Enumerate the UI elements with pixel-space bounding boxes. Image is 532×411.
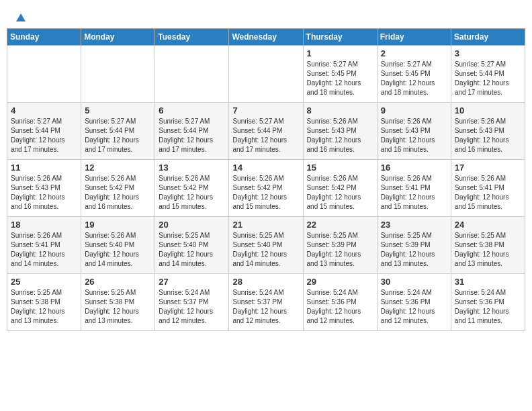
day-info: Sunrise: 5:26 AM Sunset: 5:42 PM Dayligh… [232, 174, 299, 212]
day-number: 5 [85, 105, 151, 116]
calendar-cell: 12Sunrise: 5:26 AM Sunset: 5:42 PM Dayli… [81, 160, 155, 217]
day-info: Sunrise: 5:27 AM Sunset: 5:45 PM Dayligh… [381, 60, 447, 97]
day-info: Sunrise: 5:24 AM Sunset: 5:36 PM Dayligh… [381, 288, 447, 326]
calendar-cell: 26Sunrise: 5:25 AM Sunset: 5:38 PM Dayli… [81, 274, 155, 331]
calendar-cell: 21Sunrise: 5:25 AM Sunset: 5:40 PM Dayli… [229, 217, 303, 274]
day-number: 10 [455, 105, 521, 116]
day-number: 27 [159, 277, 225, 287]
day-info: Sunrise: 5:24 AM Sunset: 5:37 PM Dayligh… [159, 288, 225, 326]
day-number: 3 [455, 48, 521, 58]
calendar-cell [81, 46, 155, 103]
calendar-week-row: 4Sunrise: 5:27 AM Sunset: 5:44 PM Daylig… [7, 103, 525, 160]
day-info: Sunrise: 5:27 AM Sunset: 5:44 PM Dayligh… [159, 117, 225, 154]
calendar-week-row: 18Sunrise: 5:26 AM Sunset: 5:41 PM Dayli… [7, 217, 525, 274]
calendar-cell: 6Sunrise: 5:27 AM Sunset: 5:44 PM Daylig… [155, 103, 229, 160]
day-number: 11 [11, 163, 77, 173]
calendar-cell: 8Sunrise: 5:26 AM Sunset: 5:43 PM Daylig… [303, 103, 377, 160]
calendar-cell: 28Sunrise: 5:24 AM Sunset: 5:37 PM Dayli… [229, 274, 303, 331]
day-number: 21 [232, 220, 299, 230]
logo-icon [15, 12, 27, 24]
page-header [7, 7, 525, 24]
day-info: Sunrise: 5:26 AM Sunset: 5:43 PM Dayligh… [307, 117, 373, 154]
column-header-wednesday: Wednesday [229, 29, 303, 46]
calendar-header-row: SundayMondayTuesdayWednesdayThursdayFrid… [7, 29, 525, 46]
day-info: Sunrise: 5:26 AM Sunset: 5:40 PM Dayligh… [85, 231, 151, 269]
day-info: Sunrise: 5:25 AM Sunset: 5:40 PM Dayligh… [232, 231, 299, 269]
day-number: 14 [232, 163, 299, 173]
day-info: Sunrise: 5:25 AM Sunset: 5:40 PM Dayligh… [159, 231, 225, 269]
day-number: 4 [11, 105, 77, 116]
calendar-cell: 3Sunrise: 5:27 AM Sunset: 5:44 PM Daylig… [451, 46, 525, 103]
calendar-cell: 23Sunrise: 5:25 AM Sunset: 5:39 PM Dayli… [377, 217, 451, 274]
calendar-week-row: 1Sunrise: 5:27 AM Sunset: 5:45 PM Daylig… [7, 46, 525, 103]
calendar-cell: 22Sunrise: 5:25 AM Sunset: 5:39 PM Dayli… [303, 217, 377, 274]
calendar-cell: 7Sunrise: 5:27 AM Sunset: 5:44 PM Daylig… [229, 103, 303, 160]
day-number: 20 [159, 220, 225, 230]
day-info: Sunrise: 5:26 AM Sunset: 5:43 PM Dayligh… [381, 117, 447, 154]
calendar-cell [7, 46, 81, 103]
svg-marker-0 [16, 13, 26, 21]
day-info: Sunrise: 5:24 AM Sunset: 5:36 PM Dayligh… [307, 288, 373, 326]
day-number: 19 [85, 220, 151, 230]
calendar-cell: 2Sunrise: 5:27 AM Sunset: 5:45 PM Daylig… [377, 46, 451, 103]
day-number: 16 [381, 163, 447, 173]
day-info: Sunrise: 5:24 AM Sunset: 5:37 PM Dayligh… [232, 288, 299, 326]
day-number: 31 [455, 277, 521, 287]
day-number: 13 [159, 163, 225, 173]
calendar-cell [155, 46, 229, 103]
calendar-cell: 5Sunrise: 5:27 AM Sunset: 5:44 PM Daylig… [81, 103, 155, 160]
day-number: 8 [307, 105, 373, 116]
day-info: Sunrise: 5:27 AM Sunset: 5:44 PM Dayligh… [232, 117, 299, 154]
calendar-cell: 16Sunrise: 5:26 AM Sunset: 5:41 PM Dayli… [377, 160, 451, 217]
day-info: Sunrise: 5:26 AM Sunset: 5:43 PM Dayligh… [455, 117, 521, 154]
day-number: 23 [381, 220, 447, 230]
calendar-cell: 13Sunrise: 5:26 AM Sunset: 5:42 PM Dayli… [155, 160, 229, 217]
day-number: 17 [455, 163, 521, 173]
day-number: 22 [307, 220, 373, 230]
day-info: Sunrise: 5:24 AM Sunset: 5:36 PM Dayligh… [455, 288, 521, 326]
calendar-cell: 4Sunrise: 5:27 AM Sunset: 5:44 PM Daylig… [7, 103, 81, 160]
calendar-cell: 25Sunrise: 5:25 AM Sunset: 5:38 PM Dayli… [7, 274, 81, 331]
day-number: 7 [232, 105, 299, 116]
day-info: Sunrise: 5:25 AM Sunset: 5:38 PM Dayligh… [85, 288, 151, 326]
day-info: Sunrise: 5:26 AM Sunset: 5:42 PM Dayligh… [307, 174, 373, 212]
day-number: 18 [11, 220, 77, 230]
day-info: Sunrise: 5:27 AM Sunset: 5:44 PM Dayligh… [455, 60, 521, 97]
day-number: 28 [232, 277, 299, 287]
day-number: 29 [307, 277, 373, 287]
calendar-cell: 10Sunrise: 5:26 AM Sunset: 5:43 PM Dayli… [451, 103, 525, 160]
day-number: 24 [455, 220, 521, 230]
day-info: Sunrise: 5:27 AM Sunset: 5:44 PM Dayligh… [85, 117, 151, 154]
day-number: 2 [381, 48, 447, 58]
column-header-tuesday: Tuesday [155, 29, 229, 46]
calendar-week-row: 11Sunrise: 5:26 AM Sunset: 5:43 PM Dayli… [7, 160, 525, 217]
calendar-cell: 11Sunrise: 5:26 AM Sunset: 5:43 PM Dayli… [7, 160, 81, 217]
day-info: Sunrise: 5:25 AM Sunset: 5:39 PM Dayligh… [381, 231, 447, 269]
calendar-cell: 9Sunrise: 5:26 AM Sunset: 5:43 PM Daylig… [377, 103, 451, 160]
day-number: 25 [11, 277, 77, 287]
calendar-table: SundayMondayTuesdayWednesdayThursdayFrid… [7, 28, 525, 331]
calendar-cell: 27Sunrise: 5:24 AM Sunset: 5:37 PM Dayli… [155, 274, 229, 331]
calendar-cell: 30Sunrise: 5:24 AM Sunset: 5:36 PM Dayli… [377, 274, 451, 331]
day-number: 26 [85, 277, 151, 287]
column-header-sunday: Sunday [7, 29, 81, 46]
column-header-monday: Monday [81, 29, 155, 46]
day-info: Sunrise: 5:26 AM Sunset: 5:41 PM Dayligh… [381, 174, 447, 212]
calendar-cell: 24Sunrise: 5:25 AM Sunset: 5:38 PM Dayli… [451, 217, 525, 274]
calendar-cell [229, 46, 303, 103]
day-info: Sunrise: 5:27 AM Sunset: 5:45 PM Dayligh… [307, 60, 373, 97]
calendar-cell: 15Sunrise: 5:26 AM Sunset: 5:42 PM Dayli… [303, 160, 377, 217]
day-number: 9 [381, 105, 447, 116]
day-number: 30 [381, 277, 447, 287]
day-number: 1 [307, 48, 373, 58]
calendar-cell: 14Sunrise: 5:26 AM Sunset: 5:42 PM Dayli… [229, 160, 303, 217]
calendar-cell: 18Sunrise: 5:26 AM Sunset: 5:41 PM Dayli… [7, 217, 81, 274]
day-number: 15 [307, 163, 373, 173]
column-header-thursday: Thursday [303, 29, 377, 46]
day-info: Sunrise: 5:26 AM Sunset: 5:43 PM Dayligh… [11, 174, 77, 212]
calendar-week-row: 25Sunrise: 5:25 AM Sunset: 5:38 PM Dayli… [7, 274, 525, 331]
day-info: Sunrise: 5:27 AM Sunset: 5:44 PM Dayligh… [11, 117, 77, 154]
day-info: Sunrise: 5:25 AM Sunset: 5:38 PM Dayligh… [11, 288, 77, 326]
calendar-cell: 19Sunrise: 5:26 AM Sunset: 5:40 PM Dayli… [81, 217, 155, 274]
day-number: 12 [85, 163, 151, 173]
